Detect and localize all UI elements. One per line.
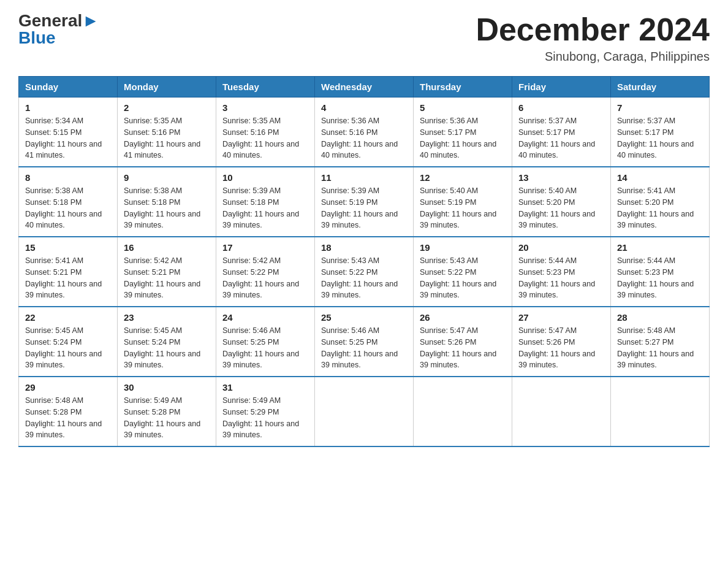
calendar-cell: 11Sunrise: 5:39 AMSunset: 5:19 PMDayligh… — [315, 167, 414, 237]
month-title: December 2024 — [476, 12, 710, 47]
day-info: Sunrise: 5:43 AMSunset: 5:22 PMDaylight:… — [321, 255, 407, 301]
calendar-cell: 16Sunrise: 5:42 AMSunset: 5:21 PMDayligh… — [118, 237, 216, 307]
day-info: Sunrise: 5:46 AMSunset: 5:25 PMDaylight:… — [321, 325, 407, 371]
day-info: Sunrise: 5:44 AMSunset: 5:23 PMDaylight:… — [518, 255, 604, 301]
day-info: Sunrise: 5:48 AMSunset: 5:27 PMDaylight:… — [617, 325, 703, 371]
calendar-cell: 30Sunrise: 5:49 AMSunset: 5:28 PMDayligh… — [118, 377, 216, 446]
logo-arrow: ► — [82, 11, 99, 30]
day-number: 17 — [222, 242, 308, 253]
calendar-cell: 1Sunrise: 5:34 AMSunset: 5:15 PMDaylight… — [19, 98, 118, 167]
day-number: 7 — [617, 102, 703, 113]
day-number: 21 — [617, 242, 703, 253]
calendar-cell: 24Sunrise: 5:46 AMSunset: 5:25 PMDayligh… — [216, 307, 315, 377]
calendar-week-5: 29Sunrise: 5:48 AMSunset: 5:28 PMDayligh… — [19, 377, 710, 446]
calendar-week-1: 1Sunrise: 5:34 AMSunset: 5:15 PMDaylight… — [19, 98, 710, 167]
day-number: 10 — [222, 172, 308, 183]
calendar-cell — [611, 377, 710, 446]
calendar-table: SundayMondayTuesdayWednesdayThursdayFrid… — [18, 76, 710, 447]
calendar-cell: 21Sunrise: 5:44 AMSunset: 5:23 PMDayligh… — [611, 237, 710, 307]
day-number: 15 — [25, 242, 111, 253]
calendar-cell: 28Sunrise: 5:48 AMSunset: 5:27 PMDayligh… — [611, 307, 710, 377]
day-info: Sunrise: 5:47 AMSunset: 5:26 PMDaylight:… — [420, 325, 506, 371]
day-number: 31 — [222, 382, 308, 393]
calendar-cell: 27Sunrise: 5:47 AMSunset: 5:26 PMDayligh… — [512, 307, 611, 377]
day-number: 28 — [617, 312, 703, 323]
calendar-cell: 15Sunrise: 5:41 AMSunset: 5:21 PMDayligh… — [19, 237, 118, 307]
calendar-header-saturday: Saturday — [611, 77, 710, 98]
day-number: 5 — [420, 102, 506, 113]
calendar-cell: 20Sunrise: 5:44 AMSunset: 5:23 PMDayligh… — [512, 237, 611, 307]
day-number: 11 — [321, 172, 407, 183]
day-number: 24 — [222, 312, 308, 323]
page-header: General► Blue December 2024 Sinubong, Ca… — [18, 12, 710, 64]
day-number: 12 — [420, 172, 506, 183]
day-number: 25 — [321, 312, 407, 323]
day-info: Sunrise: 5:47 AMSunset: 5:26 PMDaylight:… — [518, 325, 604, 371]
day-info: Sunrise: 5:43 AMSunset: 5:22 PMDaylight:… — [420, 255, 506, 301]
day-number: 1 — [25, 102, 111, 113]
calendar-week-4: 22Sunrise: 5:45 AMSunset: 5:24 PMDayligh… — [19, 307, 710, 377]
day-number: 14 — [617, 172, 703, 183]
logo-general-text: General► — [18, 12, 99, 29]
day-info: Sunrise: 5:34 AMSunset: 5:15 PMDaylight:… — [25, 115, 111, 161]
day-info: Sunrise: 5:39 AMSunset: 5:18 PMDaylight:… — [222, 185, 308, 231]
day-info: Sunrise: 5:45 AMSunset: 5:24 PMDaylight:… — [124, 325, 210, 371]
day-info: Sunrise: 5:36 AMSunset: 5:16 PMDaylight:… — [321, 115, 407, 161]
day-info: Sunrise: 5:41 AMSunset: 5:21 PMDaylight:… — [25, 255, 111, 301]
day-info: Sunrise: 5:49 AMSunset: 5:29 PMDaylight:… — [222, 395, 308, 441]
day-number: 27 — [518, 312, 604, 323]
day-number: 2 — [124, 102, 210, 113]
calendar-cell: 10Sunrise: 5:39 AMSunset: 5:18 PMDayligh… — [216, 167, 315, 237]
day-number: 29 — [25, 382, 111, 393]
calendar-header-row: SundayMondayTuesdayWednesdayThursdayFrid… — [19, 77, 710, 98]
day-info: Sunrise: 5:38 AMSunset: 5:18 PMDaylight:… — [25, 185, 111, 231]
day-info: Sunrise: 5:39 AMSunset: 5:19 PMDaylight:… — [321, 185, 407, 231]
calendar-header-friday: Friday — [512, 77, 611, 98]
day-info: Sunrise: 5:48 AMSunset: 5:28 PMDaylight:… — [25, 395, 111, 441]
day-number: 20 — [518, 242, 604, 253]
calendar-cell: 17Sunrise: 5:42 AMSunset: 5:22 PMDayligh… — [216, 237, 315, 307]
day-number: 30 — [124, 382, 210, 393]
day-number: 13 — [518, 172, 604, 183]
logo-blue-text: Blue — [18, 29, 56, 47]
day-info: Sunrise: 5:49 AMSunset: 5:28 PMDaylight:… — [124, 395, 210, 441]
calendar-cell: 19Sunrise: 5:43 AMSunset: 5:22 PMDayligh… — [414, 237, 512, 307]
calendar-cell: 3Sunrise: 5:35 AMSunset: 5:16 PMDaylight… — [216, 98, 315, 167]
day-number: 6 — [518, 102, 604, 113]
day-info: Sunrise: 5:37 AMSunset: 5:17 PMDaylight:… — [617, 115, 703, 161]
day-info: Sunrise: 5:36 AMSunset: 5:17 PMDaylight:… — [420, 115, 506, 161]
day-number: 16 — [124, 242, 210, 253]
day-number: 4 — [321, 102, 407, 113]
day-info: Sunrise: 5:40 AMSunset: 5:20 PMDaylight:… — [518, 185, 604, 231]
calendar-cell: 14Sunrise: 5:41 AMSunset: 5:20 PMDayligh… — [611, 167, 710, 237]
calendar-cell: 2Sunrise: 5:35 AMSunset: 5:16 PMDaylight… — [118, 98, 216, 167]
day-info: Sunrise: 5:45 AMSunset: 5:24 PMDaylight:… — [25, 325, 111, 371]
day-number: 18 — [321, 242, 407, 253]
calendar-header-monday: Monday — [118, 77, 216, 98]
day-info: Sunrise: 5:41 AMSunset: 5:20 PMDaylight:… — [617, 185, 703, 231]
calendar-cell: 8Sunrise: 5:38 AMSunset: 5:18 PMDaylight… — [19, 167, 118, 237]
calendar-week-3: 15Sunrise: 5:41 AMSunset: 5:21 PMDayligh… — [19, 237, 710, 307]
calendar-cell: 18Sunrise: 5:43 AMSunset: 5:22 PMDayligh… — [315, 237, 414, 307]
calendar-cell: 29Sunrise: 5:48 AMSunset: 5:28 PMDayligh… — [19, 377, 118, 446]
calendar-cell: 22Sunrise: 5:45 AMSunset: 5:24 PMDayligh… — [19, 307, 118, 377]
calendar-cell: 25Sunrise: 5:46 AMSunset: 5:25 PMDayligh… — [315, 307, 414, 377]
calendar-cell: 5Sunrise: 5:36 AMSunset: 5:17 PMDaylight… — [414, 98, 512, 167]
day-number: 19 — [420, 242, 506, 253]
calendar-cell — [315, 377, 414, 446]
day-info: Sunrise: 5:44 AMSunset: 5:23 PMDaylight:… — [617, 255, 703, 301]
calendar-cell: 31Sunrise: 5:49 AMSunset: 5:29 PMDayligh… — [216, 377, 315, 446]
logo: General► Blue — [18, 12, 99, 47]
day-info: Sunrise: 5:42 AMSunset: 5:22 PMDaylight:… — [222, 255, 308, 301]
day-info: Sunrise: 5:40 AMSunset: 5:19 PMDaylight:… — [420, 185, 506, 231]
day-info: Sunrise: 5:35 AMSunset: 5:16 PMDaylight:… — [222, 115, 308, 161]
location-text: Sinubong, Caraga, Philippines — [476, 50, 710, 64]
day-number: 3 — [222, 102, 308, 113]
calendar-cell: 4Sunrise: 5:36 AMSunset: 5:16 PMDaylight… — [315, 98, 414, 167]
calendar-header-tuesday: Tuesday — [216, 77, 315, 98]
calendar-cell: 23Sunrise: 5:45 AMSunset: 5:24 PMDayligh… — [118, 307, 216, 377]
calendar-cell: 12Sunrise: 5:40 AMSunset: 5:19 PMDayligh… — [414, 167, 512, 237]
calendar-cell: 9Sunrise: 5:38 AMSunset: 5:18 PMDaylight… — [118, 167, 216, 237]
title-section: December 2024 Sinubong, Caraga, Philippi… — [476, 12, 710, 64]
day-number: 9 — [124, 172, 210, 183]
